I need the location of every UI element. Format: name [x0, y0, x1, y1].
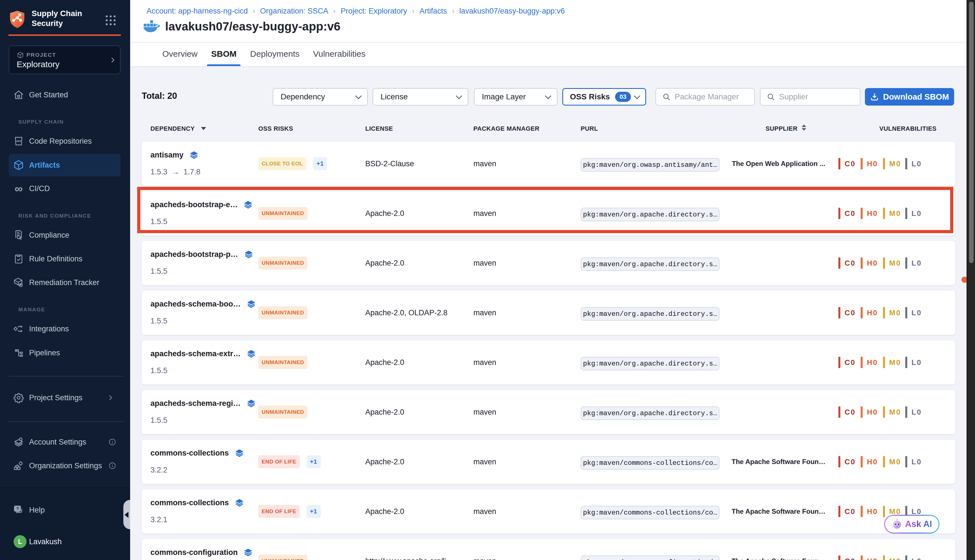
svg-text:?: ? — [17, 506, 19, 511]
